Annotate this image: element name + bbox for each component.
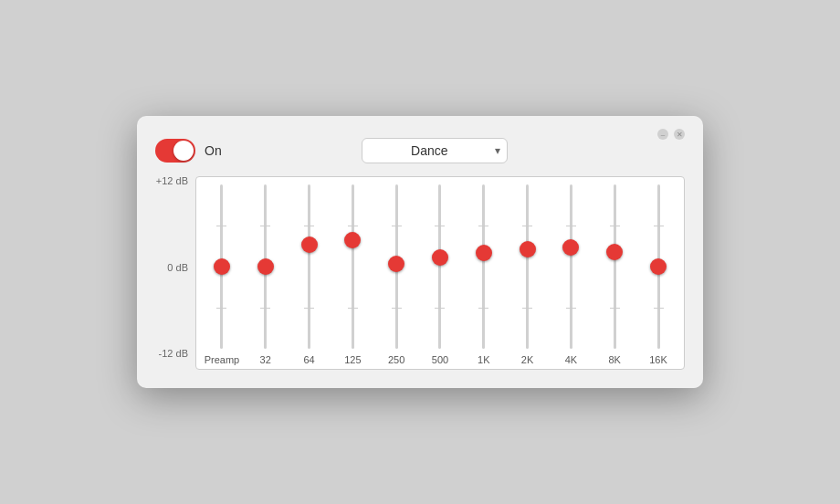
band-slider-thumb-64[interactable] xyxy=(301,236,318,253)
band-slider-thumb-250[interactable] xyxy=(388,256,404,272)
band-slider-track-64[interactable] xyxy=(308,184,310,349)
preamp-label: Preamp xyxy=(205,354,240,365)
window-controls: – ✕ xyxy=(657,129,685,140)
band-slider-track-4K[interactable] xyxy=(570,184,572,349)
band-slider-track-1K[interactable] xyxy=(482,184,485,349)
band-slider-track-32[interactable] xyxy=(264,184,267,349)
band-slider-thumb-8K[interactable] xyxy=(606,244,623,260)
toggle-knob xyxy=(173,141,194,161)
eq-area: +12 dB 0 dB -12 dB Preamp 32641252505001… xyxy=(155,176,685,370)
freq-label-250: 250 xyxy=(388,354,404,365)
band-slider-track-125[interactable] xyxy=(352,184,354,349)
freq-label-32: 32 xyxy=(260,354,271,365)
db-bot-label: -12 dB xyxy=(159,349,188,359)
freq-label-64: 64 xyxy=(303,354,314,365)
eq-toggle[interactable] xyxy=(155,139,195,163)
freq-label-125: 125 xyxy=(344,354,361,365)
sliders-wrapper: Preamp 32641252505001K2K4K8K16K xyxy=(200,184,680,365)
equalizer-window: – ✕ On AcousticClassicalDanceDeepElectro… xyxy=(137,116,703,388)
preset-dropdown-container: AcousticClassicalDanceDeepElectronicFlat… xyxy=(362,138,508,163)
band-column-64: 64 xyxy=(288,184,331,365)
freq-label-1K: 1K xyxy=(478,354,489,365)
band-column-500: 500 xyxy=(418,184,462,365)
preamp-column: Preamp xyxy=(200,184,244,365)
band-slider-thumb-1K[interactable] xyxy=(476,245,492,261)
freq-label-16K: 16K xyxy=(649,354,667,365)
sliders-grid: Preamp 32641252505001K2K4K8K16K xyxy=(200,184,680,365)
band-column-250: 250 xyxy=(374,184,418,365)
band-slider-thumb-32[interactable] xyxy=(257,258,274,275)
band-slider-thumb-500[interactable] xyxy=(432,249,448,266)
band-slider-thumb-4K[interactable] xyxy=(562,239,579,256)
sliders-container: Preamp 32641252505001K2K4K8K16K xyxy=(195,176,685,370)
preset-select[interactable]: AcousticClassicalDanceDeepElectronicFlat… xyxy=(362,138,508,163)
band-slider-track-250[interactable] xyxy=(395,184,398,349)
db-top-label: +12 dB xyxy=(156,176,188,186)
band-column-1K: 1K xyxy=(462,184,506,365)
freq-label-8K: 8K xyxy=(608,354,620,365)
band-slider-track-8K[interactable] xyxy=(614,184,616,349)
band-slider-track-2K[interactable] xyxy=(526,184,529,349)
freq-label-500: 500 xyxy=(432,354,448,365)
band-slider-thumb-2K[interactable] xyxy=(520,241,536,257)
freq-label-2K: 2K xyxy=(521,354,533,365)
band-slider-thumb-125[interactable] xyxy=(344,232,361,248)
preamp-slider-track[interactable] xyxy=(220,184,223,349)
top-row: On AcousticClassicalDanceDeepElectronicF… xyxy=(155,138,685,163)
db-scale: +12 dB 0 dB -12 dB xyxy=(155,176,195,359)
band-column-8K: 8K xyxy=(593,184,636,365)
freq-label-4K: 4K xyxy=(565,354,577,365)
toggle-label: On xyxy=(205,143,222,158)
band-column-2K: 2K xyxy=(506,184,550,365)
minimize-button[interactable]: – xyxy=(657,129,668,140)
band-slider-thumb-16K[interactable] xyxy=(650,258,667,275)
band-slider-track-16K[interactable] xyxy=(657,184,660,349)
preamp-slider-thumb[interactable] xyxy=(214,258,230,275)
band-column-4K: 4K xyxy=(550,184,593,365)
band-column-32: 32 xyxy=(244,184,288,365)
close-button[interactable]: ✕ xyxy=(674,129,685,140)
band-column-16K: 16K xyxy=(636,184,680,365)
band-slider-track-500[interactable] xyxy=(438,184,441,349)
db-mid-label: 0 dB xyxy=(167,263,188,273)
band-column-125: 125 xyxy=(331,184,374,365)
